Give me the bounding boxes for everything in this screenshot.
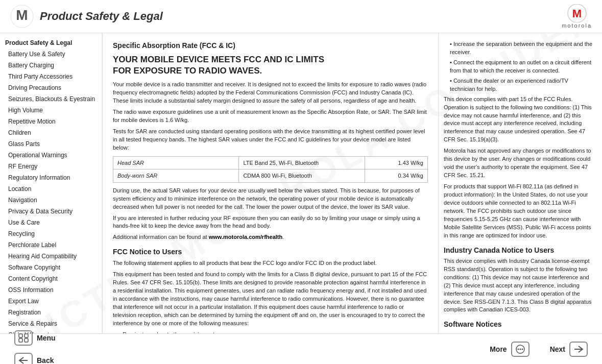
header: M Product Safety & Legal M motorola	[0, 0, 602, 33]
sar-para6: Additional information can be found at w…	[113, 233, 428, 241]
main-layout: Product Safety & Legal Battery Use & Saf…	[0, 33, 602, 333]
sar-para4: During use, the actual SAR values for yo…	[113, 187, 428, 211]
sar-para2: The radio wave exposure guidelines use a…	[113, 108, 428, 125]
sidebar-item[interactable]: Seizures, Blackouts & Eyestrain	[3, 93, 102, 105]
sidebar: Product Safety & Legal Battery Use & Saf…	[0, 33, 102, 333]
sar-table-row: Head SAR LTE Band 25, Wi-Fi, Bluetooth 1…	[113, 156, 428, 169]
sidebar-item[interactable]: Use & Care	[3, 217, 102, 228]
motorola-m-right-icon: M	[566, 4, 588, 22]
sidebar-item[interactable]: OSS Information	[3, 284, 102, 296]
sidebar-item[interactable]: Operational Warnings	[3, 150, 102, 161]
sidebar-item[interactable]: Battery Charging	[3, 60, 102, 71]
sidebar-item[interactable]: Glass Parts	[3, 138, 102, 150]
back-icon	[14, 353, 33, 365]
motorola-brand-text: motorola	[562, 22, 592, 29]
menu-label: Menu	[37, 334, 56, 342]
sar-row-label: Body-worn SAR	[113, 169, 239, 183]
svg-rect-6	[19, 338, 22, 342]
sar-section-title: Specific Absorption Rate (FCC & IC)	[113, 40, 428, 51]
menu-icon	[14, 330, 33, 346]
sidebar-item[interactable]: Repetitive Motion	[3, 116, 102, 127]
right-bullet: Increase the separation between the equi…	[450, 40, 595, 57]
sidebar-item[interactable]: Third Party Accessories	[3, 71, 102, 82]
sidebar-item[interactable]: Perchlorate Label	[3, 239, 102, 251]
sidebar-item[interactable]: Content Copyright	[3, 273, 102, 284]
next-icon	[569, 342, 588, 357]
sar-para3: Tests for SAR are conducted using standa…	[113, 128, 428, 152]
svg-point-12	[521, 348, 523, 350]
sar-row-value: 0.34 W/kg	[365, 169, 427, 183]
industry-para: This device complies with Industry Canad…	[444, 257, 595, 314]
motorola-brand-logo: M motorola	[562, 4, 592, 29]
next-button[interactable]: Next	[546, 339, 592, 359]
sar-table: Head SAR LTE Band 25, Wi-Fi, Bluetooth 1…	[113, 156, 428, 183]
sidebar-item[interactable]: Location	[3, 183, 102, 195]
para-motorola: Motorola has not approved any changes or…	[444, 147, 595, 180]
sidebar-item[interactable]: Export Law	[3, 296, 102, 307]
sidebar-item[interactable]: Navigation	[3, 195, 102, 206]
fcc-title: FCC Notice to Users	[113, 247, 428, 257]
right-bullet: Consult the dealer or an experienced rad…	[450, 77, 595, 93]
more-label: More	[490, 345, 507, 353]
svg-rect-7	[25, 338, 28, 342]
columns-wrapper: Specific Absorption Rate (FCC & IC) YOUR…	[103, 33, 602, 333]
sar-main-heading: YOUR MOBILE DEVICE MEETS FCC AND IC LIMI…	[113, 54, 428, 77]
para-wifi: For products that support Wi-Fi 802.11a …	[444, 183, 595, 240]
svg-text:M: M	[572, 7, 581, 20]
sidebar-item[interactable]: Children	[3, 127, 102, 138]
sar-row-value: 1.43 W/kg	[365, 156, 427, 169]
sidebar-item[interactable]: Regulatory Information	[3, 172, 102, 183]
sidebar-item[interactable]: High Volume	[3, 105, 102, 116]
fcc-para1: The following statement applies to all p…	[113, 259, 428, 268]
sar-para1: Your mobile device is a radio transmitte…	[113, 81, 428, 105]
footer-nav: Menu Back More N	[0, 333, 602, 364]
rfhealth-link[interactable]: www.motorola.com/rfhealth	[209, 234, 282, 240]
sidebar-item[interactable]: Battery Use & Safety	[3, 48, 102, 60]
next-label: Next	[550, 345, 565, 353]
svg-rect-5	[25, 334, 28, 337]
page-title: Product Safety & Legal	[40, 10, 163, 23]
sidebar-item[interactable]: Software Copyright	[3, 262, 102, 273]
fcc-para2: This equipment has been tested and found…	[113, 271, 428, 328]
svg-rect-4	[19, 334, 22, 337]
content-area: Specific Absorption Rate (FCC & IC) YOUR…	[103, 33, 438, 333]
svg-point-11	[519, 348, 521, 350]
sidebar-item-top[interactable]: Product Safety & Legal	[3, 37, 102, 48]
more-button[interactable]: More	[486, 339, 533, 359]
sar-para5: If you are interested in further reducin…	[113, 214, 428, 231]
sidebar-item[interactable]: Registration	[3, 307, 102, 318]
back-button[interactable]: Back	[10, 351, 60, 365]
more-icon	[511, 342, 529, 357]
sar-row-band: CDMA 800 Wi-Fi, Bluetooth	[239, 169, 365, 183]
industry-title: Industry Canada Notice to Users	[444, 245, 595, 255]
sar-table-row: Body-worn SAR CDMA 800 Wi-Fi, Bluetooth …	[113, 169, 428, 183]
para-fcc-rules: This device complies with part 15 of the…	[444, 95, 595, 144]
right-column: Increase the separation between the equi…	[439, 33, 602, 333]
sidebar-item[interactable]: Recycling	[3, 228, 102, 239]
sidebar-item[interactable]: Privacy & Data Security	[3, 206, 102, 217]
back-label: Back	[37, 356, 54, 365]
sidebar-item[interactable]: RF Energy	[3, 161, 102, 172]
sidebar-item[interactable]: Driving Precautions	[3, 82, 102, 93]
software-title: Software Notices	[444, 319, 595, 329]
menu-button[interactable]: Menu	[10, 328, 60, 348]
right-bullet: Connect the equipment to an outlet on a …	[450, 59, 595, 75]
motorola-m-icon: M	[10, 5, 34, 28]
sidebar-item[interactable]: Hearing Aid Compatibility	[3, 251, 102, 262]
svg-point-10	[517, 348, 519, 350]
sar-row-label: Head SAR	[113, 156, 239, 169]
svg-text:M: M	[16, 7, 28, 23]
sar-row-band: LTE Band 25, Wi-Fi, Bluetooth	[239, 156, 365, 169]
